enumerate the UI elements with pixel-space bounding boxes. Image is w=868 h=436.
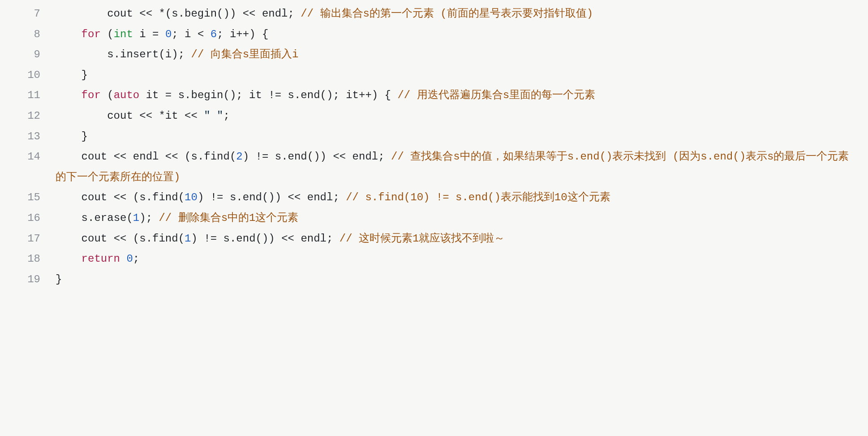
token: 6	[211, 28, 217, 40]
token: }	[82, 69, 88, 81]
code-block: 7 cout << *(s.begin()) << endl; // 输出集合s…	[0, 0, 868, 298]
token: s	[223, 233, 230, 245]
token: // s.find(10) != s.end()表示能找到10这个元素	[346, 191, 610, 203]
token: for	[82, 89, 101, 101]
token: (	[101, 89, 114, 101]
token: .	[294, 89, 301, 101]
token: end	[236, 233, 255, 245]
token: (	[178, 191, 185, 203]
line-number: 7	[0, 4, 56, 24]
line-number: 17	[0, 229, 56, 249]
token: )	[243, 151, 256, 163]
token: (	[159, 48, 165, 60]
code-line: 17 cout << (s.find(1) != s.end()) << end…	[0, 229, 868, 249]
token: it	[346, 89, 359, 101]
token: (	[178, 233, 185, 245]
token: <<	[185, 110, 204, 122]
code-line: 9 s.insert(i); // 向集合s里面插入i	[0, 44, 868, 65]
token: .	[178, 8, 185, 20]
token: // 这时候元素1就应该找不到啦～	[339, 233, 505, 245]
token: s	[230, 191, 236, 203]
token: it	[165, 110, 185, 122]
line-number: 18	[0, 249, 56, 269]
token: !=	[256, 151, 275, 163]
token: <<	[165, 151, 185, 163]
code-content: for (int i = 0; i < 6; i++) {	[56, 24, 868, 45]
token: (	[126, 212, 133, 224]
token: << *	[139, 8, 165, 20]
token: ())	[256, 233, 282, 245]
token: 0	[165, 28, 172, 40]
token: cout	[107, 8, 139, 20]
token: find	[204, 151, 230, 163]
token: cout	[107, 110, 139, 122]
token: i	[230, 28, 236, 40]
token: !=	[211, 191, 230, 203]
token: (	[185, 151, 191, 163]
token: }	[56, 273, 62, 285]
token: ;	[333, 191, 346, 203]
token: <<	[114, 191, 133, 203]
token: ;	[288, 8, 301, 20]
token: 10	[185, 191, 198, 203]
code-content: }	[56, 126, 868, 147]
code-line: 7 cout << *(s.begin()) << endl; // 输出集合s…	[0, 4, 868, 24]
token: !=	[204, 233, 223, 245]
token: ) {	[372, 89, 398, 101]
token: s	[178, 89, 185, 101]
code-content: cout << *it << " ";	[56, 106, 868, 126]
token: erase	[94, 212, 126, 224]
code-line: 15 cout << (s.find(10) != s.end()) << en…	[0, 187, 868, 208]
code-content: }	[56, 269, 868, 290]
code-line: 13 }	[0, 126, 868, 147]
token: );	[139, 212, 159, 224]
token: 0	[126, 253, 133, 265]
token: .	[236, 191, 242, 203]
token: s	[191, 151, 197, 163]
token: }	[82, 130, 88, 142]
token: )	[198, 191, 211, 203]
token: .	[185, 89, 191, 101]
token: (	[133, 191, 139, 203]
token: .	[114, 48, 120, 60]
token: .	[88, 212, 94, 224]
token: begin	[191, 89, 223, 101]
code-line: 19}	[0, 269, 868, 290]
token: .	[281, 151, 288, 163]
token: .	[198, 151, 204, 163]
code-line: 18 return 0;	[0, 249, 868, 269]
token: 2	[236, 151, 242, 163]
token: insert	[120, 48, 159, 60]
code-line: 10 }	[0, 65, 868, 86]
token: find	[152, 191, 178, 203]
line-number: 13	[0, 126, 56, 147]
line-number: 12	[0, 106, 56, 126]
line-number: 10	[0, 65, 56, 86]
code-line: 11 for (auto it = s.begin(); it != s.end…	[0, 85, 868, 106]
token: end	[288, 151, 307, 163]
token: =	[152, 28, 165, 40]
token: =	[165, 89, 178, 101]
token: // 删除集合s中的1这个元素	[159, 212, 298, 224]
token: auto	[114, 89, 140, 101]
token: <<	[243, 8, 262, 20]
token: i	[185, 28, 198, 40]
token: // 输出集合s的第一个元素 (前面的星号表示要对指针取值)	[301, 8, 593, 20]
token: cout	[82, 233, 114, 245]
code-content: cout << (s.find(1) != s.end()) << endl; …	[56, 229, 868, 249]
line-number: 15	[0, 187, 56, 208]
code-line: 14 cout << endl << (s.find(2) != s.end()…	[0, 147, 868, 187]
token: ())	[262, 191, 288, 203]
code-content: return 0;	[56, 249, 868, 269]
line-number: 9	[0, 44, 56, 65]
token: int	[114, 28, 133, 40]
token: <<	[281, 233, 301, 245]
token: .	[146, 233, 152, 245]
token: <	[198, 28, 211, 40]
token: <<	[333, 151, 352, 163]
token: it	[249, 89, 268, 101]
token: ())	[307, 151, 333, 163]
token: ();	[223, 89, 249, 101]
token: ;	[327, 233, 339, 245]
token: find	[152, 233, 178, 245]
